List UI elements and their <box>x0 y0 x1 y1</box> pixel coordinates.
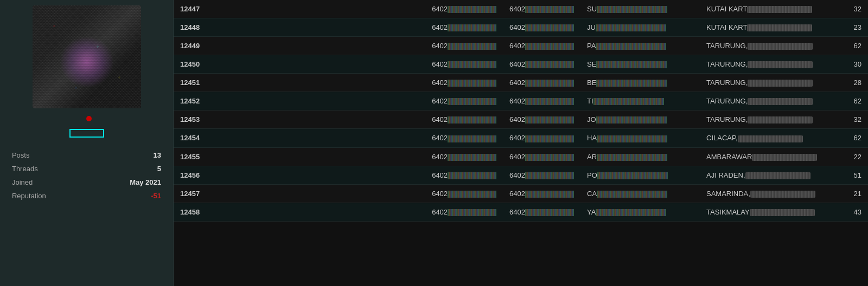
redacted-block <box>596 209 666 216</box>
redacted-block <box>448 209 496 216</box>
location-cell: TARURUNG, <box>700 55 841 74</box>
location-cell: TARURUNG, <box>700 110 841 129</box>
redacted-block <box>525 116 574 123</box>
redacted-block <box>448 135 496 142</box>
name-cell: CA <box>580 184 700 203</box>
stat-value: -51 <box>90 189 165 203</box>
row-number: 12453 <box>174 110 425 129</box>
count-cell: 51 <box>841 166 868 184</box>
redacted-block <box>747 24 812 31</box>
table-row: 1245564026402ARAMBARAWAR22 <box>174 147 868 166</box>
stat-label: Reputation <box>9 189 90 203</box>
row-number: 12450 <box>174 55 425 74</box>
table-row: 1245464026402HACILACAP,62 <box>174 129 868 147</box>
redacted-block <box>748 43 813 50</box>
avatar-image <box>33 5 141 108</box>
row-number: 12452 <box>174 92 425 110</box>
redacted-block <box>448 154 496 161</box>
location-cell: TARURUNG, <box>700 92 841 110</box>
code2-cell: 6402 <box>503 129 580 147</box>
row-number: 12449 <box>174 37 425 55</box>
redacted-block <box>597 154 667 161</box>
code1-cell: 6402 <box>425 166 503 184</box>
redacted-block <box>525 154 574 161</box>
redacted-block <box>525 172 574 179</box>
stat-row: JoinedMay 2021 <box>9 176 164 189</box>
username-row <box>82 116 92 121</box>
redacted-block <box>593 98 664 105</box>
code2-cell: 6402 <box>503 55 580 74</box>
data-table: 1244764026402SUKUTAI KART321244864026402… <box>174 0 868 222</box>
location-cell: AMBARAWAR <box>700 147 841 166</box>
code2-cell: 6402 <box>503 203 580 221</box>
name-cell: AR <box>580 147 700 166</box>
code2-cell: 6402 <box>503 18 580 37</box>
stat-label: Threads <box>9 162 90 176</box>
redacted-block <box>596 116 667 123</box>
row-number: 12455 <box>174 147 425 166</box>
location-cell: KUTAI KART <box>700 0 841 18</box>
main-content[interactable]: 1244764026402SUKUTAI KART321244864026402… <box>174 0 868 286</box>
code1-cell: 6402 <box>425 203 503 221</box>
code2-cell: 6402 <box>503 147 580 166</box>
stat-value: 5 <box>90 162 165 176</box>
row-number: 12456 <box>174 166 425 184</box>
code1-cell: 6402 <box>425 110 503 129</box>
redacted-block <box>597 6 667 13</box>
stat-row: Reputation-51 <box>9 189 164 203</box>
redacted-block <box>597 191 667 198</box>
name-cell: BE <box>580 74 700 92</box>
stat-value: 13 <box>90 148 165 162</box>
redacted-block <box>747 6 812 13</box>
avatar <box>33 5 141 108</box>
location-cell: TARURUNG, <box>700 37 841 55</box>
location-cell: KUTAI KART <box>700 18 841 37</box>
count-cell: 22 <box>841 147 868 166</box>
redacted-block <box>525 61 574 68</box>
redacted-block <box>748 116 813 123</box>
table-row: 1245364026402JOTARURUNG,32 <box>174 110 868 129</box>
redacted-block <box>525 80 574 87</box>
redacted-block <box>525 24 574 31</box>
location-cell: SAMARINDA, <box>700 184 841 203</box>
avatar-noise <box>33 5 141 108</box>
user-sidebar: Posts13Threads5JoinedMay 2021Reputation-… <box>0 0 174 286</box>
online-indicator <box>86 116 92 121</box>
code1-cell: 6402 <box>425 129 503 147</box>
table-row: 1244964026402PATARURUNG,62 <box>174 37 868 55</box>
name-cell: JO <box>580 110 700 129</box>
code2-cell: 6402 <box>503 184 580 203</box>
redacted-block <box>750 191 815 198</box>
row-number: 12458 <box>174 203 425 221</box>
row-number: 12457 <box>174 184 425 203</box>
code2-cell: 6402 <box>503 74 580 92</box>
count-cell: 62 <box>841 37 868 55</box>
stat-row: Threads5 <box>9 162 164 176</box>
table-row: 1245164026402BETARURUNG,28 <box>174 74 868 92</box>
name-cell: YA <box>580 203 700 221</box>
redacted-block <box>596 24 666 31</box>
location-cell: AJI RADEN, <box>700 166 841 184</box>
redacted-block <box>448 172 496 179</box>
name-cell: JU <box>580 18 700 37</box>
code1-cell: 6402 <box>425 55 503 74</box>
name-cell: PO <box>580 166 700 184</box>
location-cell: TASIKMALAY <box>700 203 841 221</box>
table-row: 1245064026402SETARURUNG,30 <box>174 55 868 74</box>
code1-cell: 6402 <box>425 37 503 55</box>
redacted-block <box>448 43 496 50</box>
code1-cell: 6402 <box>425 74 503 92</box>
count-cell: 28 <box>841 74 868 92</box>
code2-cell: 6402 <box>503 92 580 110</box>
redacted-block <box>597 172 668 179</box>
redacted-block <box>596 80 667 87</box>
redacted-block <box>448 191 496 198</box>
redacted-block <box>748 61 813 68</box>
redacted-block <box>448 61 496 68</box>
table-row: 1245264026402TITARURUNG,62 <box>174 92 868 110</box>
name-cell: PA <box>580 37 700 55</box>
name-cell: SU <box>580 0 700 18</box>
table-row: 1244764026402SUKUTAI KART32 <box>174 0 868 18</box>
redacted-block <box>448 24 496 31</box>
count-cell: 32 <box>841 110 868 129</box>
